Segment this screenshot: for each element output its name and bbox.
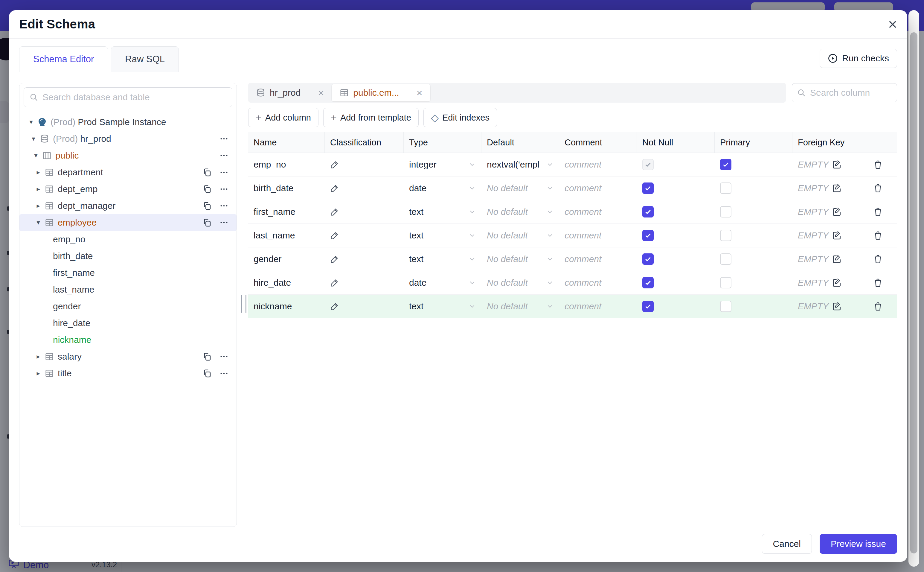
- ellipsis-menu-icon[interactable]: [219, 151, 229, 160]
- tree-item-birth_date[interactable]: birth_date: [19, 248, 237, 264]
- tree-item-first_name[interactable]: first_name: [19, 264, 237, 281]
- edit-indexes-button[interactable]: ◇Edit indexes: [423, 108, 497, 127]
- primary-checkbox[interactable]: [720, 253, 732, 265]
- ellipsis-menu-icon[interactable]: [219, 184, 229, 194]
- delete-column-icon[interactable]: [873, 160, 883, 169]
- column-name-input[interactable]: birth_date: [254, 183, 293, 193]
- default-select[interactable]: No default: [487, 183, 559, 193]
- tree-item-Prod Sample Instance[interactable]: ▾(Prod)Prod Sample Instance: [19, 114, 237, 131]
- tree-item-salary[interactable]: ▸salary: [19, 348, 237, 365]
- copy-icon[interactable]: [202, 184, 212, 194]
- type-select[interactable]: date: [409, 183, 481, 193]
- delete-column-icon[interactable]: [873, 231, 883, 240]
- primary-checkbox[interactable]: [720, 206, 732, 218]
- close-tab-icon[interactable]: ×: [417, 88, 423, 97]
- open-tab-publicem[interactable]: public.em...×: [332, 84, 430, 101]
- tab-schema-editor[interactable]: Schema Editor: [19, 47, 108, 72]
- tree-item-emp_no[interactable]: emp_no: [19, 231, 237, 248]
- tree-item-public[interactable]: ▾public: [19, 147, 237, 164]
- tree-item-gender[interactable]: gender: [19, 298, 237, 315]
- column-name-input[interactable]: first_name: [254, 207, 295, 217]
- foreign-key-edit-icon[interactable]: [832, 302, 842, 311]
- column-name-input[interactable]: nickname: [254, 301, 292, 311]
- foreign-key-edit-icon[interactable]: [832, 278, 842, 288]
- delete-column-icon[interactable]: [873, 254, 883, 264]
- delete-column-icon[interactable]: [873, 183, 883, 193]
- primary-checkbox[interactable]: [720, 159, 732, 170]
- not-null-checkbox[interactable]: [642, 301, 654, 312]
- chevron-right-icon[interactable]: ▸: [34, 168, 42, 176]
- copy-icon[interactable]: [202, 168, 212, 177]
- resize-handle[interactable]: [241, 295, 247, 312]
- comment-input[interactable]: comment: [564, 230, 602, 241]
- ellipsis-menu-icon[interactable]: [219, 134, 229, 144]
- ellipsis-menu-icon[interactable]: [219, 368, 229, 378]
- chevron-down-icon[interactable]: ▾: [29, 135, 37, 143]
- comment-input[interactable]: comment: [564, 183, 602, 193]
- preview-issue-button[interactable]: Preview issue: [820, 534, 897, 554]
- classification-edit-icon[interactable]: [330, 255, 339, 264]
- type-select[interactable]: text: [409, 230, 481, 241]
- chevron-right-icon[interactable]: ▸: [34, 370, 42, 377]
- copy-icon[interactable]: [202, 352, 212, 361]
- chevron-right-icon[interactable]: ▸: [34, 185, 42, 193]
- chevron-right-icon[interactable]: ▸: [34, 202, 42, 210]
- run-checks-button[interactable]: Run checks: [820, 49, 897, 68]
- classification-edit-icon[interactable]: [330, 278, 339, 287]
- primary-checkbox[interactable]: [720, 182, 732, 194]
- default-select[interactable]: No default: [487, 207, 559, 217]
- copy-icon[interactable]: [202, 368, 212, 378]
- column-search-input[interactable]: [809, 87, 892, 98]
- not-null-checkbox[interactable]: [642, 277, 654, 288]
- column-name-input[interactable]: gender: [254, 254, 281, 264]
- delete-column-icon[interactable]: [873, 207, 883, 217]
- tree-item-title[interactable]: ▸title: [19, 365, 237, 382]
- close-tab-icon[interactable]: ×: [318, 88, 324, 97]
- tab-raw-sql[interactable]: Raw SQL: [111, 47, 179, 72]
- copy-icon[interactable]: [202, 218, 212, 227]
- tree-search-input[interactable]: [42, 92, 227, 103]
- tree-item-last_name[interactable]: last_name: [19, 281, 237, 298]
- type-select[interactable]: integer: [409, 159, 481, 169]
- classification-edit-icon[interactable]: [330, 207, 339, 216]
- add-from-template-button[interactable]: +Add from template: [323, 108, 419, 127]
- type-select[interactable]: text: [409, 301, 481, 311]
- column-name-input[interactable]: emp_no: [254, 159, 286, 169]
- tree-item-department[interactable]: ▸department: [19, 164, 237, 181]
- classification-edit-icon[interactable]: [330, 160, 339, 169]
- cancel-button[interactable]: Cancel: [762, 534, 812, 554]
- not-null-checkbox[interactable]: [642, 253, 654, 265]
- close-icon[interactable]: ×: [888, 18, 897, 30]
- foreign-key-edit-icon[interactable]: [832, 254, 842, 264]
- tree-item-dept_emp[interactable]: ▸dept_emp: [19, 181, 237, 197]
- scrollbar-thumb[interactable]: [910, 32, 918, 553]
- comment-input[interactable]: comment: [564, 254, 602, 264]
- foreign-key-edit-icon[interactable]: [832, 160, 842, 169]
- copy-icon[interactable]: [202, 201, 212, 211]
- foreign-key-edit-icon[interactable]: [832, 207, 842, 217]
- not-null-checkbox[interactable]: [642, 182, 654, 194]
- dialog-scrollbar[interactable]: [908, 10, 919, 567]
- ellipsis-menu-icon[interactable]: [219, 201, 229, 211]
- chevron-down-icon[interactable]: ▾: [27, 118, 35, 126]
- tree-item-employee[interactable]: ▾employee: [19, 214, 237, 231]
- primary-checkbox[interactable]: [720, 277, 732, 288]
- delete-column-icon[interactable]: [873, 278, 883, 288]
- ellipsis-menu-icon[interactable]: [219, 218, 229, 227]
- open-tab-hr_prod[interactable]: hr_prod×: [248, 83, 332, 103]
- classification-edit-icon[interactable]: [330, 302, 339, 311]
- classification-edit-icon[interactable]: [330, 184, 339, 193]
- ellipsis-menu-icon[interactable]: [219, 168, 229, 177]
- tree-item-hr_prod[interactable]: ▾(Prod)hr_prod: [19, 131, 237, 147]
- not-null-checkbox[interactable]: [642, 230, 654, 241]
- default-select[interactable]: No default: [487, 301, 559, 311]
- comment-input[interactable]: comment: [564, 278, 602, 288]
- chevron-down-icon[interactable]: ▾: [32, 152, 40, 159]
- foreign-key-edit-icon[interactable]: [832, 231, 842, 240]
- comment-input[interactable]: comment: [564, 301, 602, 311]
- primary-checkbox[interactable]: [720, 301, 732, 312]
- type-select[interactable]: date: [409, 278, 481, 288]
- default-select[interactable]: No default: [487, 254, 559, 264]
- type-select[interactable]: text: [409, 207, 481, 217]
- chevron-right-icon[interactable]: ▸: [34, 353, 42, 361]
